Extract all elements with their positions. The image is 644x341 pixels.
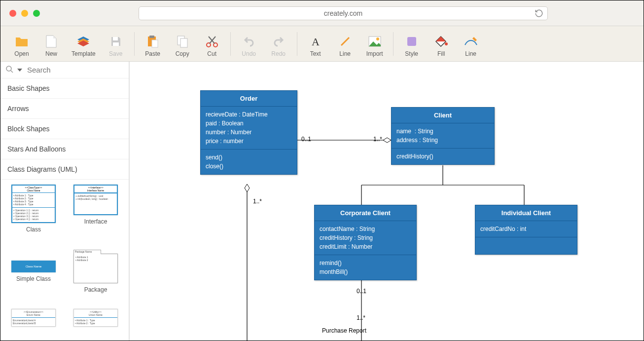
shapes-sidebar: Basic Shapes Arrows Block Shapes Stars A…: [0, 62, 130, 341]
maximize-icon[interactable]: [33, 10, 40, 17]
svg-line-16: [11, 71, 13, 73]
association-label: Purchase Report: [322, 327, 366, 334]
line-button[interactable]: Line: [336, 35, 355, 61]
line-icon: [338, 35, 352, 48]
search-icon: [5, 65, 13, 75]
multiplicity-label: 0..1: [301, 136, 311, 143]
shape-interface[interactable]: <<Interface>>Interface Name+ doMethod(St…: [66, 185, 126, 242]
svg-rect-3: [149, 36, 154, 38]
class-attributes: creditCardNo : int: [475, 221, 577, 237]
pencil-icon: [464, 35, 478, 48]
new-file-icon: [44, 35, 58, 48]
multiplicity-label: 1..*: [253, 198, 262, 205]
template-icon: [76, 35, 90, 48]
save-button[interactable]: Save: [107, 35, 125, 61]
save-icon: [109, 35, 123, 48]
shape-class[interactable]: <<ClassType>>Class Name• Attribute 1 : T…: [3, 185, 64, 242]
url-text: creately.com: [324, 9, 362, 17]
shape-package[interactable]: • Attribute 1• Attribute 2 Package: [66, 249, 126, 302]
category-block-shapes[interactable]: Block Shapes: [0, 119, 129, 139]
multiplicity-label: 1..*: [357, 314, 365, 321]
svg-marker-20: [245, 184, 250, 192]
svg-rect-1: [113, 42, 119, 46]
class-operations: remind() monthBill(): [315, 255, 416, 280]
svg-line-10: [341, 38, 349, 45]
search-input[interactable]: [27, 66, 124, 74]
class-attributes: contactName : String creditHistory : Str…: [315, 221, 416, 255]
fill-icon: [434, 35, 448, 48]
class-title: Corporate Client: [315, 205, 416, 221]
class-title: Order: [201, 91, 297, 107]
text-icon: A: [309, 35, 322, 48]
paste-icon: [146, 35, 160, 48]
multiplicity-label: 0..1: [357, 288, 366, 295]
redo-icon: [272, 35, 286, 48]
minimize-icon[interactable]: [21, 10, 28, 17]
new-button[interactable]: New: [42, 35, 61, 61]
class-operations: send() close(): [201, 150, 297, 174]
uml-class-corporate-client[interactable]: Corporate Client contactName : String cr…: [314, 205, 417, 280]
uml-class-client[interactable]: Client name : String address : String cr…: [391, 107, 495, 165]
template-button[interactable]: Template: [72, 35, 96, 61]
open-button[interactable]: Open: [12, 35, 31, 61]
line-style-button[interactable]: Line: [462, 35, 480, 61]
main-toolbar: Open New Template Save Paste Copy Cut: [0, 26, 644, 62]
uml-class-order[interactable]: Order recieveDate : DateTime paid : Bool…: [200, 90, 297, 175]
paste-button[interactable]: Paste: [143, 35, 162, 61]
svg-rect-0: [113, 37, 118, 40]
class-operations: creditHistory(): [392, 149, 494, 164]
svg-rect-6: [180, 38, 187, 47]
class-title: Client: [392, 108, 494, 123]
style-icon: [405, 35, 419, 48]
cut-icon: [205, 35, 219, 48]
diagram-canvas[interactable]: Order recieveDate : DateTime paid : Bool…: [130, 62, 644, 341]
category-basic-shapes[interactable]: Basic Shapes: [0, 78, 129, 99]
undo-icon: [242, 35, 256, 48]
svg-rect-13: [407, 37, 416, 46]
class-operations: [475, 237, 577, 254]
svg-marker-18: [383, 138, 391, 143]
uml-class-individual-client[interactable]: Individual Client creditCardNo : int: [475, 205, 577, 255]
svg-point-12: [376, 38, 379, 40]
shape-gallery: <<ClassType>>Class Name• Attribute 1 : T…: [0, 180, 129, 341]
search-row: [0, 62, 129, 78]
text-button[interactable]: A Text: [306, 35, 325, 61]
fill-button[interactable]: Fill: [432, 35, 451, 61]
shape-card-2[interactable]: <<Utility>>Union Name• Attribute 1 : Typ…: [66, 309, 126, 336]
category-arrows[interactable]: Arrows: [0, 99, 129, 119]
copy-button[interactable]: Copy: [173, 35, 192, 61]
svg-rect-4: [152, 40, 158, 47]
redo-button[interactable]: Redo: [269, 35, 288, 61]
category-stars-balloons[interactable]: Stars And Balloons: [0, 139, 129, 159]
folder-icon: [15, 35, 29, 48]
multiplicity-label: 1..*: [373, 136, 382, 143]
class-title: Individual Client: [475, 205, 577, 221]
class-attributes: recieveDate : DateTime paid : Boolean nu…: [201, 107, 297, 150]
import-button[interactable]: Import: [365, 35, 384, 61]
reload-icon[interactable]: [535, 9, 543, 19]
svg-point-14: [445, 42, 448, 45]
shape-card-1[interactable]: <<Enumeration>>Enum NameEnumerationLiter…: [3, 309, 64, 336]
window-titlebar: creately.com: [0, 0, 644, 26]
class-attributes: name : String address : String: [392, 123, 494, 149]
category-class-diagrams[interactable]: Class Diagrams (UML): [0, 159, 129, 180]
copy-icon: [176, 35, 189, 48]
svg-point-15: [6, 66, 11, 71]
cut-button[interactable]: Cut: [203, 35, 221, 61]
shape-simple-class[interactable]: Class Name Simple Class: [3, 249, 64, 302]
close-icon[interactable]: [9, 10, 16, 17]
address-bar[interactable]: creately.com: [139, 6, 548, 20]
style-button[interactable]: Style: [402, 35, 421, 61]
svg-text:A: A: [312, 36, 320, 47]
dropdown-icon[interactable]: [17, 69, 22, 72]
undo-button[interactable]: Undo: [240, 35, 258, 61]
image-icon: [368, 35, 382, 48]
window-controls: [9, 10, 40, 17]
